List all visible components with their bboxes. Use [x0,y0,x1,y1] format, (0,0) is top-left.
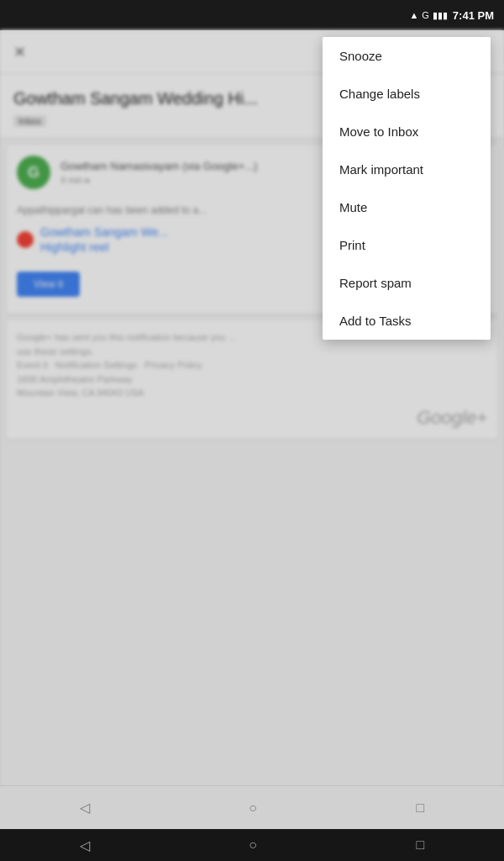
status-bar: ▲ G ▮▮▮ 7:41 PM [0,0,504,30]
status-icons: ▲ G ▮▮▮ [409,10,447,21]
menu-item-add-to-tasks[interactable]: Add to Tasks [323,302,491,340]
menu-item-snooze[interactable]: Snooze [323,37,491,75]
menu-item-report-spam[interactable]: Report spam [323,264,491,302]
context-menu: Snooze Change labels Move to Inbox Mark … [323,37,491,340]
menu-item-change-labels[interactable]: Change labels [323,75,491,113]
menu-item-print[interactable]: Print [323,226,491,264]
menu-item-move-to-inbox[interactable]: Move to Inbox [323,113,491,151]
battery-icon: ▮▮▮ [433,10,448,21]
status-time: 7:41 PM [453,9,494,22]
signal-icon: G [422,10,429,20]
menu-item-mute[interactable]: Mute [323,188,491,226]
menu-item-mark-important[interactable]: Mark important [323,151,491,188]
wifi-icon: ▲ [409,10,418,20]
